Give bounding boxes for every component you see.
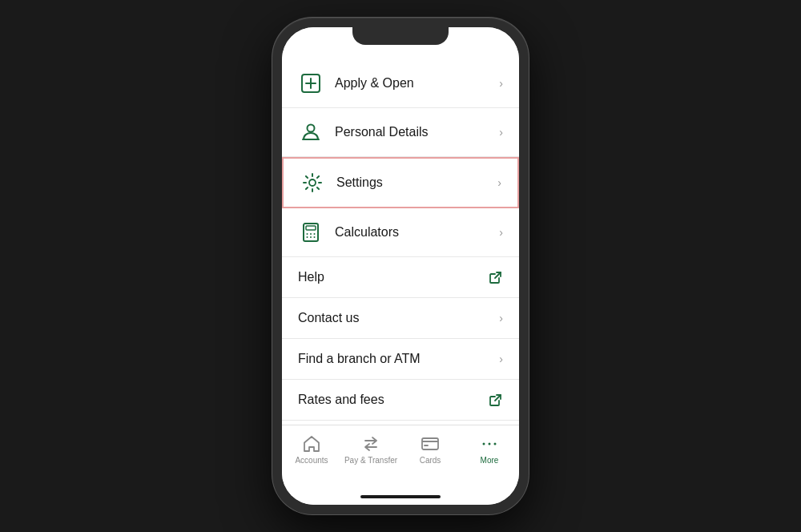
chevron-right-icon: ›	[499, 353, 503, 365]
svg-point-18	[489, 443, 491, 445]
tab-cards-label: Cards	[420, 456, 441, 465]
svg-rect-14	[422, 438, 438, 449]
menu-section-icons: Apply & Open › Personal Details ›	[282, 59, 519, 257]
menu-item-rates-fees[interactable]: Rates and fees	[282, 380, 519, 421]
person-icon	[298, 119, 324, 145]
external-link-icon	[489, 270, 503, 284]
chevron-right-icon: ›	[499, 226, 503, 239]
menu-item-contact-us-label: Contact us	[298, 311, 499, 325]
phone-frame: Apply & Open › Personal Details ›	[272, 18, 529, 514]
menu-item-settings-label: Settings	[336, 175, 497, 190]
svg-point-19	[494, 443, 497, 445]
menu-item-settings[interactable]: Settings ›	[282, 157, 519, 208]
menu-section-plain: Help Contact us › Fin	[282, 257, 519, 425]
menu-item-rates-fees-label: Rates and fees	[298, 393, 489, 407]
tab-cards[interactable]: Cards	[400, 432, 460, 466]
menu-item-find-branch[interactable]: Find a branch or ATM ›	[282, 339, 519, 380]
phone-notch	[352, 27, 449, 45]
chevron-right-icon: ›	[499, 77, 503, 90]
transfer-icon	[360, 433, 381, 454]
svg-point-12	[310, 236, 312, 238]
svg-point-13	[314, 236, 316, 238]
svg-rect-7	[306, 226, 316, 230]
menu-item-contact-us[interactable]: Contact us ›	[282, 298, 519, 339]
chevron-right-icon: ›	[497, 176, 501, 189]
external-link-icon	[489, 393, 503, 407]
svg-point-10	[314, 233, 316, 235]
more-dots-icon	[479, 433, 500, 454]
tab-more-label: More	[481, 456, 499, 465]
menu-item-apply-open[interactable]: Apply & Open ›	[282, 59, 519, 108]
gear-icon	[300, 170, 325, 195]
chevron-right-icon: ›	[499, 126, 503, 139]
tab-more[interactable]: More	[460, 432, 519, 466]
menu-item-calculators[interactable]: Calculators ›	[282, 208, 519, 257]
home-icon	[301, 433, 322, 454]
card-icon	[420, 433, 441, 454]
svg-point-3	[308, 125, 315, 132]
content-area: Apply & Open › Personal Details ›	[282, 59, 519, 425]
svg-point-5	[309, 179, 316, 186]
menu-item-apply-open-label: Apply & Open	[335, 76, 499, 91]
tab-accounts[interactable]: Accounts	[282, 432, 341, 466]
home-indicator-bar	[360, 495, 441, 498]
menu-item-find-branch-label: Find a branch or ATM	[298, 352, 499, 366]
tab-accounts-label: Accounts	[295, 456, 328, 465]
chevron-right-icon: ›	[499, 312, 503, 324]
svg-point-9	[310, 233, 312, 235]
tab-bar: Accounts Pay & Transfer	[282, 425, 519, 489]
svg-point-17	[483, 443, 485, 445]
plus-box-icon	[298, 71, 324, 96]
svg-point-11	[307, 236, 308, 238]
menu-item-personal-details-label: Personal Details	[335, 125, 499, 139]
menu-item-personal-details[interactable]: Personal Details ›	[282, 108, 519, 157]
tab-pay-transfer-label: Pay & Transfer	[344, 456, 397, 465]
svg-point-8	[307, 233, 308, 235]
calculator-icon	[298, 220, 324, 245]
home-indicator	[282, 489, 519, 505]
menu-item-help[interactable]: Help	[282, 257, 519, 298]
phone-screen: Apply & Open › Personal Details ›	[282, 27, 519, 505]
menu-item-help-label: Help	[298, 270, 489, 284]
tab-pay-transfer[interactable]: Pay & Transfer	[341, 432, 400, 466]
menu-item-calculators-label: Calculators	[335, 225, 499, 240]
